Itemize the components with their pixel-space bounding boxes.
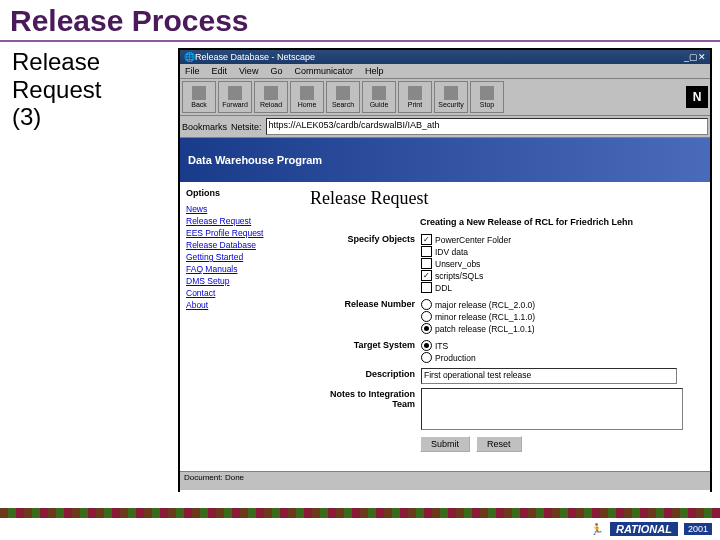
address-bar: Bookmarks Netsite: https://ALEK053/cardb… — [180, 116, 710, 138]
search-icon — [336, 86, 350, 100]
notes-label: Notes to Integration Team — [310, 388, 421, 409]
close-button[interactable]: ✕ — [698, 52, 706, 62]
btn-label: Stop — [480, 101, 494, 108]
home-button[interactable]: Home — [290, 81, 324, 113]
btn-label: Search — [332, 101, 354, 108]
guide-icon — [372, 86, 386, 100]
btn-label: Home — [298, 101, 317, 108]
sidebar-link-dms[interactable]: DMS Setup — [186, 276, 296, 286]
reload-icon — [264, 86, 278, 100]
description-input[interactable]: First operational test release — [421, 368, 677, 384]
brand-label: RATIONAL — [610, 522, 678, 536]
print-button[interactable]: Print — [398, 81, 432, 113]
back-button[interactable]: Back — [182, 81, 216, 113]
sidebar-link-ees-profile[interactable]: EES Profile Request — [186, 228, 296, 238]
menu-view[interactable]: View — [236, 65, 261, 77]
menu-file[interactable]: File — [182, 65, 203, 77]
netscape-logo: N — [686, 86, 708, 108]
runner-icon: 🏃 — [590, 523, 604, 536]
forward-icon — [228, 86, 242, 100]
sidebar-link-contact[interactable]: Contact — [186, 288, 296, 298]
zigzag-divider — [0, 508, 720, 518]
sidebar-link-release-db[interactable]: Release Database — [186, 240, 296, 250]
checkbox-ddl[interactable] — [421, 282, 432, 293]
opt-label: scripts/SQLs — [435, 271, 483, 281]
opt-label: ITS — [435, 341, 448, 351]
back-icon — [192, 86, 206, 100]
page-content: Data Warehouse Program Options News Rele… — [180, 138, 710, 493]
radio-minor[interactable] — [421, 311, 432, 322]
opt-label: Production — [435, 353, 476, 363]
main-panel: Release Request Creating a New Release o… — [302, 182, 710, 456]
btn-label: Print — [408, 101, 422, 108]
menu-communicator[interactable]: Communicator — [291, 65, 356, 77]
notes-textarea[interactable] — [421, 388, 683, 430]
radio-major[interactable] — [421, 299, 432, 310]
creating-heading: Creating a New Release of RCL for Friedr… — [420, 217, 702, 227]
menu-edit[interactable]: Edit — [209, 65, 231, 77]
reset-button[interactable]: Reset — [476, 436, 522, 452]
slide-footer: 🏃 RATIONAL 2001 — [0, 508, 720, 540]
sidebar-link-about[interactable]: About — [186, 300, 296, 310]
maximize-button[interactable]: ▢ — [689, 52, 698, 62]
status-bar: Document: Done — [180, 471, 710, 490]
target-label: Target System — [310, 339, 421, 350]
menu-go[interactable]: Go — [267, 65, 285, 77]
opt-label: PowerCenter Folder — [435, 235, 511, 245]
sidebar-link-getting-started[interactable]: Getting Started — [186, 252, 296, 262]
page-title: Release Request — [310, 188, 702, 209]
year-badge: 2001 — [684, 523, 712, 535]
guide-button[interactable]: Guide — [362, 81, 396, 113]
opt-label: minor release (RCL_1.1.0) — [435, 312, 535, 322]
reload-button[interactable]: Reload — [254, 81, 288, 113]
specify-group: ✓PowerCenter Folder IDV data Unserv_obs … — [421, 233, 702, 294]
sidebar-heading: Options — [186, 188, 296, 198]
home-icon — [300, 86, 314, 100]
submit-button[interactable]: Submit — [420, 436, 470, 452]
search-button[interactable]: Search — [326, 81, 360, 113]
desc-label: Description — [310, 368, 421, 379]
radio-patch[interactable] — [421, 323, 432, 334]
titlebar: 🌐 Release Database - Netscape _ ▢ ✕ — [180, 50, 710, 64]
app-icon: 🌐 — [184, 52, 195, 62]
menubar: File Edit View Go Communicator Help — [180, 64, 710, 79]
slide-title: Release Process — [0, 0, 720, 42]
sidebar-link-news[interactable]: News — [186, 204, 296, 214]
security-button[interactable]: Security — [434, 81, 468, 113]
target-group: ITS Production — [421, 339, 702, 364]
radio-its[interactable] — [421, 340, 432, 351]
checkbox-idv[interactable] — [421, 246, 432, 257]
checkbox-unserv[interactable] — [421, 258, 432, 269]
specify-label: Specify Objects — [310, 233, 421, 244]
opt-label: IDV data — [435, 247, 468, 257]
print-icon — [408, 86, 422, 100]
opt-label: Unserv_obs — [435, 259, 480, 269]
checkbox-scripts[interactable]: ✓ — [421, 270, 432, 281]
bookmarks-button[interactable]: Bookmarks — [182, 122, 227, 132]
opt-label: major release (RCL_2.0.0) — [435, 300, 535, 310]
sidebar: Options News Release Request EES Profile… — [180, 182, 302, 456]
relnum-group: major release (RCL_2.0.0) minor release … — [421, 298, 702, 335]
sidebar-link-release-request[interactable]: Release Request — [186, 216, 296, 226]
btn-label: Reload — [260, 101, 282, 108]
url-field[interactable]: https://ALEK053/cardb/cardswalBI/IAB_ath — [266, 118, 708, 135]
btn-label: Forward — [222, 101, 248, 108]
forward-button[interactable]: Forward — [218, 81, 252, 113]
toolbar: Back Forward Reload Home Search Guide Pr… — [180, 79, 710, 116]
lock-icon — [444, 86, 458, 100]
stop-icon — [480, 86, 494, 100]
radio-production[interactable] — [421, 352, 432, 363]
stop-button[interactable]: Stop — [470, 81, 504, 113]
app-banner: Data Warehouse Program — [180, 138, 710, 182]
btn-label: Security — [438, 101, 463, 108]
window-title: Release Database - Netscape — [195, 52, 684, 62]
checkbox-powercenter[interactable]: ✓ — [421, 234, 432, 245]
btn-label: Back — [191, 101, 207, 108]
opt-label: patch release (RCL_1.0.1) — [435, 324, 535, 334]
browser-window: 🌐 Release Database - Netscape _ ▢ ✕ File… — [178, 48, 712, 492]
btn-label: Guide — [370, 101, 389, 108]
netsite-label: Netsite: — [231, 122, 262, 132]
menu-help[interactable]: Help — [362, 65, 387, 77]
relnum-label: Release Number — [310, 298, 421, 309]
sidebar-link-faq[interactable]: FAQ Manuals — [186, 264, 296, 274]
